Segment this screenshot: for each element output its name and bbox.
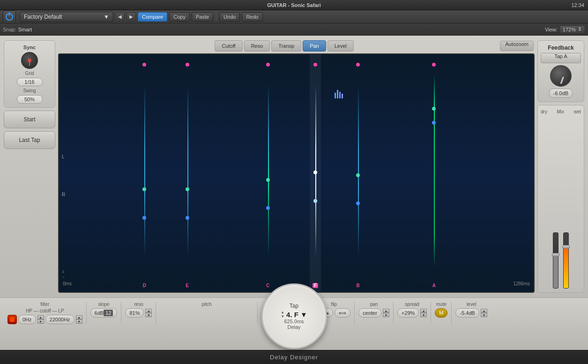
display-screen[interactable]: L R 0ms 1286ms 4⌄ D E: [58, 53, 535, 293]
autozoom-button[interactable]: Autozoom: [500, 41, 534, 51]
tap-dot-r-b: [356, 201, 360, 205]
reso-value[interactable]: 81%: [125, 308, 144, 318]
level-stepper[interactable]: ▲ ▼: [481, 309, 487, 317]
filter-hz2[interactable]: 22000Hz: [45, 315, 74, 324]
tab-reso[interactable]: Reso: [244, 40, 270, 52]
level-section: level -5.4dB ▲ ▼: [452, 302, 491, 324]
toolbar: Factory Default ▼ ◀ ▶ Compare Copy Paste…: [0, 10, 588, 23]
tap-a-button[interactable]: Tap A: [541, 53, 581, 63]
level-controls: -5.4dB ▲ ▼: [455, 308, 487, 318]
mix-dry-slider[interactable]: [553, 232, 558, 289]
tab-level[interactable]: Level: [327, 40, 354, 52]
top-bar: GUITAR - Sonic Safari 12:34: [0, 0, 588, 10]
feedback-db[interactable]: -6.0dB: [549, 89, 573, 98]
preset-name: Factory Default: [24, 14, 62, 20]
flip-label: flip: [59, 43, 68, 49]
spread-stepper[interactable]: ▲ ▼: [420, 309, 427, 317]
mix-wet-label: wet: [573, 109, 581, 114]
pan-bottom-label: pan: [358, 302, 389, 307]
paste-button[interactable]: Paste: [192, 12, 213, 22]
tap-dot-r-a: [432, 121, 436, 125]
filter-hz1[interactable]: 0Hz: [18, 315, 36, 324]
reso-stepper[interactable]: ▲ ▼: [145, 309, 152, 317]
tap-dot-r-c: [266, 206, 270, 210]
filter-hz1-down[interactable]: ▼: [37, 319, 44, 324]
tap-wheel-label: Tap: [290, 303, 298, 309]
screen-label-r: R: [62, 192, 65, 197]
tap-label-b: B: [357, 283, 360, 288]
reso-label: reso: [125, 302, 152, 307]
mix-labels-row: dry Mix wet: [541, 109, 581, 114]
grid-value[interactable]: 1/16: [17, 78, 43, 86]
reso-up[interactable]: ▲: [145, 309, 152, 313]
filter-controls: 0Hz ▲ ▼ 22000Hz ▲ ▼: [7, 315, 82, 324]
filter-hz2-up[interactable]: ▲: [76, 315, 82, 319]
mix-section: dry Mix wet: [537, 105, 584, 293]
nav-back-button[interactable]: ◀: [115, 12, 125, 22]
level-value[interactable]: -5.4dB: [455, 308, 479, 318]
copy-button[interactable]: Copy: [169, 12, 190, 22]
tab-pan[interactable]: Pan: [303, 40, 326, 52]
tab-cutoff[interactable]: Cutoff: [215, 40, 242, 52]
filter-type: HP — cutoff — LP: [7, 308, 82, 313]
tap-dot-r-e: [186, 216, 189, 220]
snap-value: Smart: [18, 27, 32, 32]
reso-section: reso 81% ▲ ▼: [121, 302, 156, 324]
mute-button[interactable]: M: [435, 308, 447, 318]
mix-dry-thumb[interactable]: [552, 253, 559, 257]
undo-button[interactable]: Undo: [219, 12, 240, 22]
filter-hz2-down[interactable]: ▼: [76, 319, 82, 324]
right-panel: Feedback Tap A -6.0dB dry Mix wet: [537, 40, 584, 293]
reso-down[interactable]: ▼: [145, 313, 152, 317]
screen-label-l: L: [62, 154, 65, 159]
reso-controls: 81% ▲ ▼: [125, 308, 152, 318]
toolbar-divider: [216, 13, 216, 21]
slope-controls: 6 dB 12: [90, 308, 118, 318]
mix-wet-slider[interactable]: [563, 232, 569, 289]
filter-hz2-stepper[interactable]: ▲ ▼: [76, 315, 82, 324]
power-button[interactable]: [3, 10, 16, 23]
sync-section: Sync Grid 1/16 Swing 50%: [4, 40, 55, 108]
nav-forward-button[interactable]: ▶: [127, 12, 136, 22]
tap-dot-l-c: [266, 178, 270, 182]
pan-section: pan center ▲ ▼: [355, 302, 394, 324]
filter-on-indicator[interactable]: [7, 315, 17, 324]
tap-dot-top-f: [313, 63, 317, 67]
compare-button[interactable]: Compare: [138, 12, 167, 22]
last-tap-button[interactable]: Last Tap: [4, 131, 55, 149]
pan-value[interactable]: center: [358, 308, 381, 318]
pan-stepper[interactable]: ▲ ▼: [383, 309, 389, 317]
swing-value[interactable]: 50%: [17, 95, 43, 104]
mute-label: mute: [435, 302, 447, 307]
slope-section: slope 6 dB 12: [87, 302, 122, 324]
spread-down[interactable]: ▼: [420, 313, 427, 317]
view-zoom[interactable]: 172% ⇕: [559, 25, 585, 34]
plugin-container: Sync Grid 1/16 Swing 50% Start Last Tap …: [0, 36, 588, 350]
screen-time-left: 0ms: [63, 281, 72, 286]
pitch-section: pitch: [156, 302, 257, 324]
preset-dropdown[interactable]: Factory Default ▼: [20, 12, 113, 22]
spread-up[interactable]: ▲: [420, 309, 427, 313]
tap-wheel-arrows[interactable]: ▲ ▼: [281, 310, 284, 319]
tab-transp[interactable]: Transp: [271, 40, 301, 52]
pan-up[interactable]: ▲: [383, 309, 389, 313]
feedback-dial[interactable]: [550, 65, 572, 87]
tap-line-d: [144, 64, 145, 278]
filter-hz1-stepper[interactable]: ▲ ▼: [37, 315, 44, 324]
tap-wheel[interactable]: Tap ▲ ▼ 4. F ▼ 625.0ms Delay: [261, 283, 327, 349]
mute-section: mute M: [431, 302, 452, 324]
level-up[interactable]: ▲: [481, 309, 487, 313]
flip-btn-r[interactable]: ⟺: [335, 308, 350, 318]
spread-value[interactable]: +29%: [397, 308, 419, 318]
redo-button[interactable]: Redo: [242, 12, 262, 22]
tap-line-e: [187, 64, 188, 278]
level-down[interactable]: ▼: [481, 313, 487, 317]
tap-wheel-dropdown[interactable]: ▼: [300, 311, 307, 319]
pan-down[interactable]: ▼: [383, 313, 389, 317]
mix-wet-thumb[interactable]: [562, 245, 570, 249]
filter-hz1-up[interactable]: ▲: [37, 315, 44, 319]
sync-dial[interactable]: [21, 52, 38, 69]
dropdown-arrow: ▼: [104, 14, 109, 20]
start-button[interactable]: Start: [4, 111, 55, 128]
slope-db[interactable]: 6 dB 12: [90, 308, 118, 318]
